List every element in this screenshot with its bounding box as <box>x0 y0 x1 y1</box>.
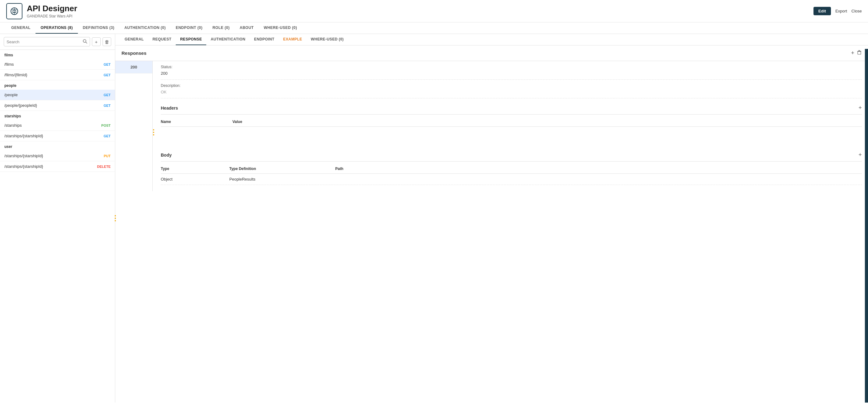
close-button[interactable]: Close <box>851 9 862 13</box>
search-icon-button[interactable] <box>83 39 87 44</box>
method-films: GET <box>103 63 111 66</box>
sidebar-item-films[interactable]: /films GET <box>0 59 115 70</box>
col-body-type: Type <box>161 167 229 171</box>
body-title: Body <box>161 153 172 158</box>
tab-example[interactable]: EXAMPLE <box>279 34 307 45</box>
h-dot-1 <box>153 129 154 131</box>
response-layout: 200 Status: 200 Des <box>115 61 868 191</box>
nav-about[interactable]: ABOUT <box>235 23 258 34</box>
body-type-cell: Object <box>161 177 229 181</box>
path-user-delete: /starships/{starshipId} <box>4 164 43 169</box>
app-logo <box>6 3 23 19</box>
app-title: API Designer <box>27 4 77 13</box>
add-body-button[interactable]: + <box>858 151 862 158</box>
method-starships: POST <box>101 124 111 127</box>
path-starships: /starships <box>4 123 22 128</box>
resize-dot-1 <box>115 215 116 216</box>
headers-section: Headers + Name Value <box>161 105 862 145</box>
body-table-cols: Type Type Definition Path <box>161 164 862 174</box>
response-codes-col: 200 <box>115 61 153 191</box>
body-path-cell <box>335 177 862 181</box>
body-section-header: Body + <box>161 151 862 162</box>
export-button[interactable]: Export <box>835 9 847 13</box>
headers-table-cols: Name Value <box>161 117 862 127</box>
path-films-id: /films/{filmId} <box>4 72 27 77</box>
search-input-wrap[interactable] <box>4 37 90 46</box>
svg-rect-7 <box>858 52 861 55</box>
method-starships-id-get: GET <box>103 134 111 138</box>
resize-dot-3 <box>115 220 116 222</box>
path-starships-id: /starships/{starshipId} <box>4 134 43 138</box>
tab-where-used[interactable]: WHERE-USED (0) <box>307 34 348 45</box>
col-header-name: Name <box>161 120 232 124</box>
method-people: GET <box>103 93 111 97</box>
right-scrollbar[interactable] <box>865 49 868 403</box>
trash-icon: 🗑 <box>105 39 110 44</box>
content-scroll: Responses + 200 <box>115 45 868 403</box>
responses-section-header: Responses + <box>115 45 868 61</box>
nav-authentication[interactable]: AUTHENTICATION (0) <box>119 23 171 34</box>
group-label-starships: starships <box>0 111 115 120</box>
h-dot-2 <box>153 132 154 133</box>
status-field-row: Status: 200 <box>161 61 862 80</box>
description-label: Description: <box>161 83 862 88</box>
body-section: Body + Type Type Definition Path Object … <box>161 151 862 185</box>
add-operation-button[interactable]: + <box>92 37 101 46</box>
method-user-delete: DELETE <box>97 165 111 168</box>
col-body-typedef: Type Definition <box>229 167 335 171</box>
group-label-films: films <box>0 50 115 59</box>
nav-definitions[interactable]: DEFINITIONS (3) <box>78 23 120 34</box>
description-placeholder: OK <box>161 90 862 94</box>
sidebar-content: films /films GET /films/{filmId} GET peo… <box>0 50 115 403</box>
vertical-resize-handle[interactable] <box>114 34 116 403</box>
sidebar-item-starships-id[interactable]: /starships/{starshipId} GET <box>0 131 115 141</box>
plus-icon: + <box>95 39 98 44</box>
delete-operation-button[interactable]: 🗑 <box>102 37 111 46</box>
body-row-0: Object PeopleResults <box>161 174 862 185</box>
responses-actions: + <box>851 50 862 56</box>
status-value: 200 <box>161 71 862 76</box>
headers-title: Headers <box>161 106 178 110</box>
sidebar-item-user-put[interactable]: /starships/{starshipId} PUT <box>0 151 115 161</box>
nav-general[interactable]: GENERAL <box>6 23 35 34</box>
tab-authentication[interactable]: AUTHENTICATION <box>206 34 250 45</box>
sidebar-item-starships[interactable]: /starships POST <box>0 120 115 131</box>
h-dot-3 <box>153 134 154 135</box>
nav-endpoint[interactable]: ENDPOINT (0) <box>171 23 208 34</box>
response-detail: Status: 200 Description: OK Headers + <box>155 61 868 191</box>
tab-request[interactable]: REQUEST <box>148 34 176 45</box>
main-layout: + 🗑 films /films GET /films/{filmId} GET… <box>0 34 868 403</box>
header-right: Edit Export Close <box>813 7 862 15</box>
tab-endpoint[interactable]: ENDPOINT <box>250 34 279 45</box>
add-header-button[interactable]: + <box>858 105 862 111</box>
response-code-200[interactable]: 200 <box>115 61 152 73</box>
status-label: Status: <box>161 65 862 69</box>
header-left: API Designer GANDRADE Star Wars API <box>6 3 77 19</box>
headers-section-header: Headers + <box>161 105 862 114</box>
edit-button[interactable]: Edit <box>813 7 831 15</box>
nav-operations[interactable]: OPERATIONS (8) <box>35 23 78 34</box>
nav-role[interactable]: ROLE (0) <box>208 23 235 34</box>
search-input[interactable] <box>6 39 83 44</box>
svg-rect-6 <box>858 50 860 51</box>
resize-dot-2 <box>115 217 116 219</box>
group-label-people: people <box>0 80 115 90</box>
sidebar-item-people[interactable]: /people GET <box>0 90 115 100</box>
path-user-put: /starships/{starshipId} <box>4 154 43 158</box>
path-people-id: /people/{peopleId} <box>4 103 37 108</box>
group-label-user: user <box>0 141 115 151</box>
method-user-put: PUT <box>104 154 111 158</box>
app-header: API Designer GANDRADE Star Wars API Edit… <box>0 0 868 23</box>
sidebar-item-user-delete[interactable]: /starships/{starshipId} DELETE <box>0 161 115 172</box>
headers-empty-area <box>161 127 862 145</box>
add-response-button[interactable]: + <box>851 50 854 56</box>
delete-response-button[interactable] <box>857 50 862 56</box>
tab-response[interactable]: RESPONSE <box>176 34 206 45</box>
sidebar-item-people-id[interactable]: /people/{peopleId} GET <box>0 100 115 111</box>
nav-where-used[interactable]: WHERE-USED (0) <box>258 23 302 34</box>
horizontal-resize-handle[interactable] <box>153 61 155 191</box>
sidebar-item-films-id[interactable]: /films/{filmId} GET <box>0 70 115 80</box>
path-films: /films <box>4 62 14 67</box>
method-films-id: GET <box>103 73 111 77</box>
tab-general[interactable]: GENERAL <box>120 34 148 45</box>
